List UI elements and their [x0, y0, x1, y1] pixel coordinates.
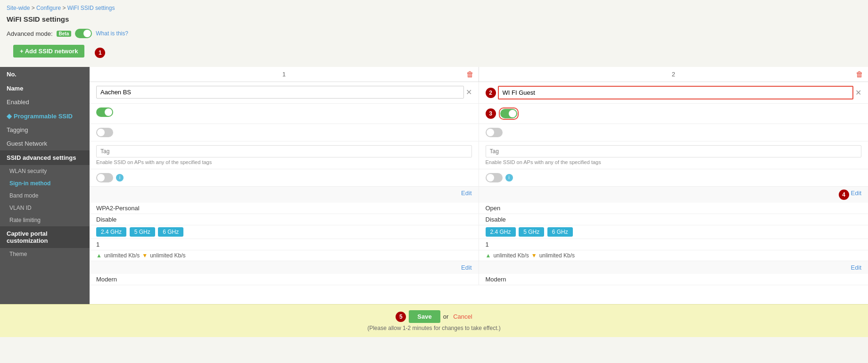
sidebar-item-sign-in-method[interactable]: Sign-in method	[0, 177, 90, 190]
sidebar-item-name[interactable]: Name	[0, 82, 90, 95]
col1-band-24ghz[interactable]: 2.4 GHz	[96, 227, 126, 237]
col1-captive-edit-link[interactable]: Edit	[461, 264, 471, 271]
step-badge-1: 1	[95, 48, 105, 58]
col1-captive-edit-cell: Edit	[90, 261, 479, 274]
add-ssid-button[interactable]: + Add SSID network	[13, 45, 84, 58]
col1-name-cell: ✕	[90, 82, 479, 104]
cancel-link[interactable]: Cancel	[453, 313, 472, 320]
col2-rate-row: ▲ unlimited Kb/s ▼ unlimited Kb/s	[486, 252, 862, 259]
col2-tag-hint: Enable SSID on APs with any of the speci…	[486, 159, 862, 165]
col2-enabled-toggle[interactable]	[500, 109, 517, 118]
footer-bar: 5 Save or Cancel (Please allow 1-2 minut…	[0, 304, 868, 337]
col2-rate-cell: ▲ unlimited Kb/s ▼ unlimited Kb/s	[479, 250, 868, 261]
sidebar-item-rate-limiting[interactable]: Rate limiting	[0, 214, 90, 226]
col2-rate-up-value: unlimited Kb/s	[493, 252, 529, 259]
name-row: ✕ 2 ✕	[90, 82, 868, 104]
col2-tag-input[interactable]	[486, 145, 862, 157]
col1-name-clear[interactable]: ✕	[466, 88, 472, 97]
sidebar-item-tagging[interactable]: Tagging	[0, 123, 90, 137]
sidebar-item-guest-network[interactable]: Guest Network	[0, 137, 90, 150]
col2-enabled-row: 3	[486, 107, 862, 120]
col1-tag-hint: Enable SSID on APs with any of the speci…	[96, 159, 472, 165]
col2-programmable-cell	[479, 124, 868, 141]
advanced-mode-label: Advanced mode:	[7, 30, 53, 37]
advanced-mode-toggle[interactable]	[75, 29, 92, 38]
col1-signin-cell: Disable	[90, 214, 479, 225]
col1-ssid-edit-cell: Edit	[90, 187, 479, 203]
col1-band-5ghz[interactable]: 5 GHz	[130, 227, 155, 237]
col2-enabled-toggle-highlighted	[499, 107, 519, 120]
breadcrumb: Site-wide > Configure > WiFI SSID settin…	[0, 0, 868, 13]
step-badge-2: 2	[486, 88, 496, 98]
col2-wlan-cell: Open	[479, 203, 868, 214]
col1-edit-link[interactable]: Edit	[461, 190, 471, 200]
sidebar-item-vlan-id[interactable]: VLAN ID	[0, 202, 90, 214]
col1-rate-down-value: unlimited Kb/s	[150, 252, 185, 259]
col2-guest-cell: i	[479, 169, 868, 187]
breadcrumb-site-wide[interactable]: Site-wide	[7, 5, 30, 11]
col1-band-6ghz[interactable]: 6 GHz	[158, 227, 183, 237]
breadcrumb-configure[interactable]: Configure	[36, 5, 61, 11]
col2-name-clear[interactable]: ✕	[855, 88, 861, 97]
beta-badge: Beta	[57, 31, 72, 37]
column-headers: 1 🗑 2 🗑	[90, 67, 868, 82]
col2-guest-info-icon[interactable]: i	[505, 174, 513, 182]
col1-programmable-toggle[interactable]	[96, 128, 113, 137]
ssid-advanced-edit-row: Edit 4 Edit	[90, 187, 868, 203]
col2-signin-cell: Disable	[479, 214, 868, 225]
col1-theme-cell: Modern	[90, 274, 479, 285]
band-mode-row: 2.4 GHz 5 GHz 6 GHz 2.4 GHz 5 GHz 6 GHz	[90, 225, 868, 239]
footer-note: (Please allow 1-2 minutes for changes to…	[6, 325, 862, 331]
col2-ssid-edit-cell: 4 Edit	[479, 187, 868, 203]
step-badge-5: 5	[396, 312, 406, 322]
col1-enabled-toggle[interactable]	[96, 107, 113, 117]
col1-number: 1	[282, 71, 286, 78]
col1-enabled-cell	[90, 104, 479, 124]
col1-delete-icon[interactable]: 🗑	[466, 70, 474, 79]
diamond-icon: ◆	[7, 112, 12, 120]
content-wrapper: 1 🗑 2 🗑 ✕ 2	[90, 67, 868, 304]
col1-rate-row: ▲ unlimited Kb/s ▼ unlimited Kb/s	[96, 252, 472, 259]
tagging-row: Enable SSID on APs with any of the speci…	[90, 141, 868, 169]
col2-band-5ghz[interactable]: 5 GHz	[519, 227, 544, 237]
col2-guest-toggle[interactable]	[486, 173, 503, 182]
save-button[interactable]: Save	[409, 310, 440, 323]
col2-programmable-toggle[interactable]	[486, 128, 503, 137]
col1-guest-info-icon[interactable]: i	[116, 174, 124, 182]
step-badge-4: 4	[839, 190, 849, 200]
col1-band-cell: 2.4 GHz 5 GHz 6 GHz	[90, 225, 479, 239]
sign-in-row: Disable Disable	[90, 214, 868, 225]
sidebar-header-ssid-advanced: SSID advanced settings	[0, 150, 90, 165]
spacer	[90, 285, 868, 304]
sidebar: No. Name Enabled ◆ Programmable SSID Tag…	[0, 67, 90, 304]
col2-vlan-cell: 1	[479, 239, 868, 250]
sidebar-item-no: No.	[0, 67, 90, 82]
col2-delete-icon[interactable]: 🗑	[856, 70, 863, 79]
col2-rate-down-icon: ▼	[531, 252, 537, 259]
col2-header: 2 🗑	[479, 67, 868, 82]
col2-theme-cell: Modern	[479, 274, 868, 285]
col1-guest-cell: i	[90, 169, 479, 187]
col1-name-input[interactable]	[96, 86, 464, 99]
sidebar-item-programmable-ssid[interactable]: ◆ Programmable SSID	[0, 109, 90, 123]
sidebar-item-enabled[interactable]: Enabled	[0, 95, 90, 109]
footer-actions: 5 Save or Cancel	[6, 310, 862, 323]
col1-guest-toggle[interactable]	[96, 173, 113, 182]
col2-band-cell: 2.4 GHz 5 GHz 6 GHz	[479, 225, 868, 239]
col2-band-6ghz[interactable]: 6 GHz	[547, 227, 573, 237]
what-is-this-link[interactable]: What is this?	[96, 30, 128, 37]
col2-band-24ghz[interactable]: 2.4 GHz	[486, 227, 516, 237]
sidebar-item-theme[interactable]: Theme	[0, 248, 90, 260]
col2-enabled-cell: 3	[479, 104, 868, 124]
col2-name-input[interactable]	[498, 86, 854, 99]
captive-portal-edit-row: Edit Edit	[90, 261, 868, 274]
breadcrumb-wifi-ssid[interactable]: WiFI SSID settings	[67, 5, 115, 11]
sidebar-header-captive-portal: Captive portal customization	[0, 226, 90, 248]
col1-tag-input[interactable]	[96, 145, 472, 157]
col1-tag-cell: Enable SSID on APs with any of the speci…	[90, 141, 479, 169]
sidebar-item-wlan-security[interactable]: WLAN security	[0, 165, 90, 177]
sidebar-item-band-mode[interactable]: Band mode	[0, 190, 90, 202]
col2-captive-edit-link[interactable]: Edit	[851, 264, 861, 271]
col1-rate-cell: ▲ unlimited Kb/s ▼ unlimited Kb/s	[90, 250, 479, 261]
col2-edit-link[interactable]: Edit	[851, 190, 861, 200]
